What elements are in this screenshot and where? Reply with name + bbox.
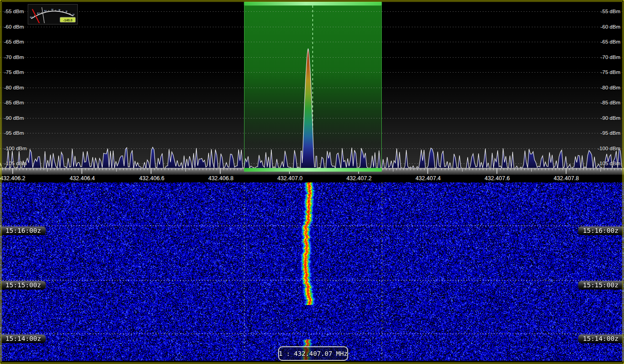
- dbm-axis-label: -90 dBm: [4, 115, 24, 121]
- region-edge-line-right[interactable]: [382, 182, 382, 361]
- dbm-axis-label: -105 dBm: [598, 161, 620, 166]
- dbm-axis-label: -90 dBm: [601, 115, 620, 121]
- frequency-axis-label: 432.407.6: [484, 175, 510, 182]
- dbm-axis-label: -100 dBm: [4, 146, 27, 151]
- frequency-marker-text: 1 : 432.407.07 MHz: [279, 350, 348, 357]
- dbm-axis-label: -55 dBm: [601, 9, 620, 14]
- svg-text:-140: -140: [30, 16, 34, 18]
- svg-text:-120: -120: [36, 12, 40, 14]
- dbm-axis-label: -95 dBm: [601, 130, 620, 136]
- time-gridline: [0, 280, 624, 280]
- dbm-axis-label: -60 dBm: [4, 24, 24, 30]
- svg-text:-40: -40: [65, 10, 68, 12]
- timestamp-badge: 15:16:00z: [578, 226, 623, 235]
- meter-value: -140.0: [63, 18, 72, 22]
- tuning-region-bottom-bar[interactable]: [244, 168, 382, 172]
- frequency-marker-label[interactable]: 1 : 432.407.07 MHz: [278, 346, 348, 361]
- dbm-axis-label: -65 dBm: [601, 39, 620, 44]
- waterfall-panel[interactable]: 15:16:00z15:16:00z15:15:00z15:15:00z15:1…: [0, 182, 624, 361]
- signal-meter: -140-120-100-80-60-40-20 -140.0: [28, 4, 78, 25]
- frequency-axis-label: 432.406.8: [208, 175, 234, 182]
- dbm-axis-label: -80 dBm: [601, 85, 620, 90]
- svg-text:-20: -20: [72, 13, 75, 15]
- dbm-axis-label: -70 dBm: [601, 54, 620, 60]
- dbm-axis-label: -100 dBm: [598, 146, 620, 151]
- svg-text:-80: -80: [51, 8, 54, 10]
- dbm-axis-label: -80 dBm: [4, 85, 24, 90]
- time-gridline: [0, 226, 624, 226]
- spectrum-plot[interactable]: [0, 0, 624, 168]
- timestamp-badge: 15:14:00z: [578, 334, 623, 343]
- dbm-axis-label: -85 dBm: [4, 100, 24, 105]
- timestamp-badge: 15:15:00z: [578, 281, 623, 290]
- frequency-axis-label: 432.407.4: [415, 175, 441, 182]
- frequency-axis-label: 432.406.2: [0, 175, 25, 182]
- dbm-axis-label: -85 dBm: [601, 100, 620, 105]
- svg-text:-60: -60: [58, 9, 61, 11]
- frequency-axis-label: 432.406.6: [139, 175, 165, 182]
- frequency-axis-label: 432.406.4: [70, 175, 95, 182]
- waterfall-display[interactable]: [0, 182, 624, 361]
- timestamp-badge: 15:15:00z: [1, 281, 46, 290]
- dbm-axis-label: -65 dBm: [4, 39, 24, 44]
- spectrum-panel[interactable]: -55 dBm-60 dBm-65 dBm-70 dBm-75 dBm-80 d…: [0, 0, 624, 168]
- dbm-axis-label: -60 dBm: [601, 24, 620, 30]
- timestamp-badge: 15:14:00z: [1, 334, 46, 343]
- timestamp-badge: 15:16:00z: [1, 226, 46, 235]
- dbm-axis-label: -95 dBm: [4, 130, 24, 136]
- dbm-axis-label: -105 dBm: [4, 161, 27, 166]
- dbm-axis-label: -55 dBm: [4, 9, 24, 14]
- meter-needle-red: [32, 9, 40, 23]
- sdr-console-window: -55 dBm-60 dBm-65 dBm-70 dBm-75 dBm-80 d…: [0, 0, 624, 364]
- dbm-axis-label: -75 dBm: [4, 69, 24, 75]
- signal-meter-gauge: -140-120-100-80-60-40-20 -140.0: [28, 5, 76, 23]
- svg-text:-100: -100: [43, 10, 47, 12]
- frequency-axis-label: 432.407.0: [277, 175, 303, 182]
- dbm-axis-label: -70 dBm: [4, 54, 24, 60]
- time-gridline: [0, 334, 624, 334]
- frequency-axis-label: 432.407.2: [346, 175, 372, 182]
- frequency-axis-label: 432.407.8: [554, 175, 579, 182]
- frequency-axis: 432.406.2432.406.4432.406.6432.406.8432.…: [0, 175, 624, 182]
- region-edge-line-left[interactable]: [244, 182, 245, 361]
- dbm-axis-label: -75 dBm: [601, 69, 620, 75]
